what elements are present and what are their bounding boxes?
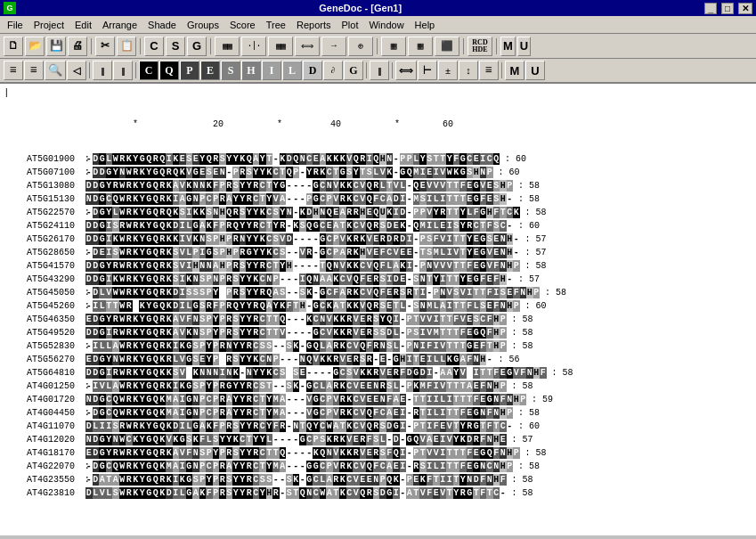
c-aa-button[interactable]: C bbox=[139, 61, 159, 80]
aa-residue: - bbox=[299, 447, 306, 459]
aa-residue: N bbox=[192, 327, 199, 339]
aa-residue: - bbox=[313, 287, 320, 298]
g-button[interactable]: G bbox=[187, 37, 207, 56]
lines3-button[interactable]: ≡ bbox=[479, 61, 499, 80]
back-button[interactable]: ◁ bbox=[67, 61, 86, 80]
open-button[interactable]: 📂 bbox=[25, 37, 45, 56]
close-button[interactable]: ✕ bbox=[738, 3, 752, 14]
aa-residue: K bbox=[232, 434, 240, 445]
m-button[interactable]: M bbox=[500, 37, 516, 56]
menu-window[interactable]: Window bbox=[363, 19, 409, 31]
aa-residue: Y bbox=[139, 314, 146, 325]
seq-id: AT5G49520 bbox=[0, 328, 78, 338]
grid3-button[interactable]: ▦▦ bbox=[268, 37, 293, 56]
updown-button[interactable]: ↕ bbox=[459, 61, 478, 80]
m2-button[interactable]: M bbox=[505, 61, 524, 80]
aa-residue: V bbox=[339, 354, 346, 365]
p-aa-button[interactable]: P bbox=[180, 61, 199, 80]
aa-residue: K bbox=[133, 487, 140, 499]
u-button[interactable]: U bbox=[517, 37, 531, 56]
menu-help[interactable]: Help bbox=[410, 19, 441, 31]
plusminus-button[interactable]: ± bbox=[438, 61, 458, 80]
s-aa-button[interactable]: S bbox=[221, 61, 240, 80]
expand-button[interactable]: ⊕ bbox=[348, 37, 373, 56]
maximize-button[interactable]: □ bbox=[721, 3, 734, 14]
h-aa-button[interactable]: H bbox=[241, 61, 261, 80]
aa-residue: Y bbox=[459, 474, 467, 486]
aa-residue: K bbox=[259, 207, 266, 218]
aa-residue: E bbox=[360, 314, 367, 325]
aa-residue: A bbox=[272, 287, 280, 298]
menu-project[interactable]: Project bbox=[28, 19, 69, 31]
aa-residue: D bbox=[173, 220, 180, 232]
l-aa-button[interactable]: L bbox=[282, 61, 302, 80]
grid1-button[interactable]: ▦▦ bbox=[215, 37, 240, 56]
lines1-button[interactable]: ≡ bbox=[4, 61, 23, 80]
aa-residue: C bbox=[266, 260, 273, 272]
aa-residue: R bbox=[253, 447, 260, 459]
menu-tree[interactable]: Tree bbox=[261, 19, 291, 31]
arrow-button[interactable]: ⟺ bbox=[295, 37, 320, 56]
menu-edit[interactable]: Edit bbox=[69, 19, 97, 31]
rcd-button[interactable]: RCDHDE bbox=[467, 37, 492, 56]
lines2-button[interactable]: ≡ bbox=[24, 61, 44, 80]
aa-residue: G bbox=[146, 340, 153, 352]
tb2-grid3[interactable]: ||| bbox=[370, 61, 389, 80]
menu-score[interactable]: Score bbox=[224, 19, 261, 31]
u2-button[interactable]: U bbox=[525, 61, 545, 80]
block1-button[interactable]: ▦ bbox=[381, 37, 406, 56]
aa-residue: L bbox=[393, 380, 400, 392]
aa-residue: - bbox=[413, 247, 420, 258]
menu-reports[interactable]: Reports bbox=[291, 19, 337, 31]
aa-residue: Y bbox=[266, 461, 273, 472]
aa-residue: P bbox=[413, 447, 420, 459]
aa-residue: N bbox=[199, 367, 207, 379]
s-button[interactable]: S bbox=[166, 37, 185, 56]
nav-button[interactable]: → bbox=[321, 37, 346, 56]
copy-button[interactable]: 📋 bbox=[117, 37, 136, 56]
i-aa-button[interactable]: I bbox=[262, 61, 281, 80]
tb2-grid1[interactable]: ||| bbox=[93, 61, 112, 80]
aa-residue: F bbox=[379, 260, 386, 272]
block3-button[interactable]: ⬛ bbox=[435, 37, 459, 56]
aa-residue: W bbox=[119, 474, 126, 486]
search-button[interactable]: 🔍 bbox=[45, 61, 66, 80]
save-button[interactable]: 💾 bbox=[46, 37, 66, 56]
aa-residue: P bbox=[213, 474, 220, 486]
print-button[interactable]: 🖨 bbox=[68, 37, 87, 56]
sequence-row: AT5G01900 : -DGLWRKYGQRQIKESEYQRSYYKQAYT… bbox=[0, 152, 756, 165]
del-aa-button[interactable]: ∂ bbox=[323, 61, 343, 80]
e-aa-button[interactable]: E bbox=[200, 61, 220, 80]
menu-arrange[interactable]: Arrange bbox=[97, 19, 142, 31]
minimize-button[interactable]: _ bbox=[704, 3, 717, 14]
aa-residue: G bbox=[152, 300, 159, 312]
scroll-r-button[interactable]: ⊢ bbox=[418, 61, 437, 80]
aa-residue: T bbox=[259, 394, 266, 405]
aa-residue: R bbox=[366, 354, 373, 365]
d-aa-button[interactable]: D bbox=[303, 61, 322, 80]
menu-file[interactable]: File bbox=[2, 19, 28, 31]
menu-groups[interactable]: Groups bbox=[182, 19, 224, 31]
aa-residue: C bbox=[339, 367, 346, 379]
menu-shade[interactable]: Shade bbox=[142, 19, 182, 31]
cut-button[interactable]: ✂ bbox=[95, 37, 115, 56]
aa-residue: R bbox=[253, 300, 260, 312]
aa-residue: R bbox=[339, 394, 346, 405]
aa-residue: Q bbox=[159, 220, 167, 232]
sequence-row: AT4G23550 : -DATAWRKYGQRKIKGSPYPRSYYRCSS… bbox=[0, 473, 756, 486]
grid2-button[interactable]: ·|· bbox=[241, 37, 266, 56]
aa-residue: C bbox=[253, 487, 260, 499]
menu-plot[interactable]: Plot bbox=[336, 19, 363, 31]
aa-residue: P bbox=[513, 260, 520, 272]
block2-button[interactable]: ▦ bbox=[408, 37, 433, 56]
q-aa-button[interactable]: Q bbox=[159, 61, 179, 80]
aa-residue: N bbox=[206, 260, 213, 272]
g-aa-button[interactable]: G bbox=[344, 61, 363, 80]
scroll-lr-button[interactable]: ⟺ bbox=[395, 61, 417, 80]
c-button[interactable]: C bbox=[144, 37, 164, 56]
new-button[interactable]: 🗋 bbox=[4, 37, 23, 56]
seq-id: AT5G45260 bbox=[0, 301, 78, 311]
aa-residue: A bbox=[440, 367, 447, 379]
aa-residue: R bbox=[406, 287, 413, 298]
tb2-grid2[interactable]: ||| bbox=[113, 61, 133, 80]
